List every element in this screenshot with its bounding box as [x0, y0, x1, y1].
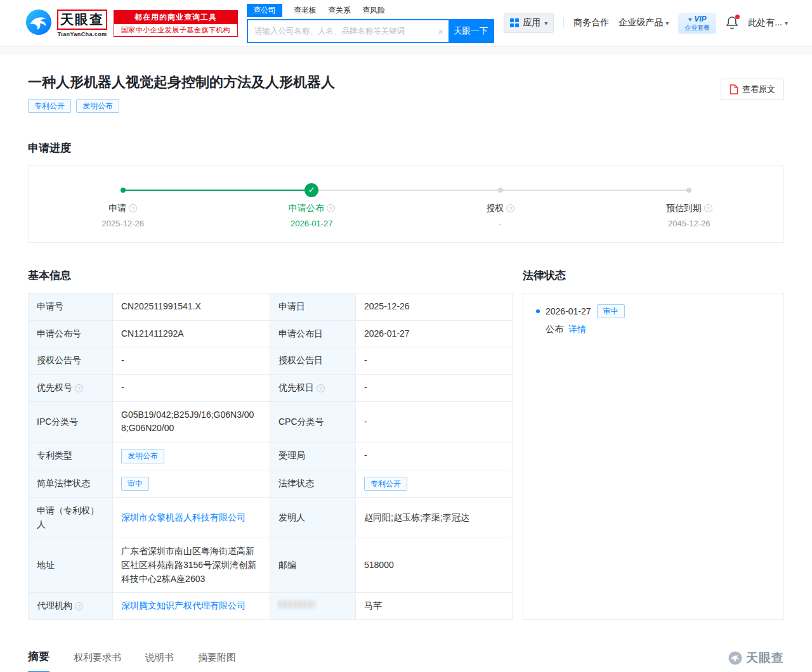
table-row: 地址 广东省深圳市南山区粤海街道高新区社区科苑南路3156号深圳湾创新科技中心2… [29, 538, 513, 593]
page-title: 一种人形机器人视觉起身控制的方法及人形机器人 [28, 74, 784, 92]
title-block: 一种人形机器人视觉起身控制的方法及人形机器人 专利公开 发明公布 查看原文 [28, 74, 784, 113]
table-row: 优先权号 ? - 优先权日 ? - [29, 375, 513, 402]
legal-status-section: 法律状态 2026-01-27 审中 公布 详情 [523, 268, 784, 620]
search-box: × 天眼一下 [247, 19, 494, 43]
label-priority-number: 优先权号 ? [29, 375, 113, 402]
value-application-number: CN202511991541.X [113, 293, 270, 320]
promo-line1: 都在用的商业查询工具 [114, 11, 237, 24]
step-date: 2025-12-26 [102, 219, 145, 228]
info-icon[interactable]: ? [75, 602, 83, 611]
label-address: 地址 [29, 538, 113, 593]
vip-label: VIP [694, 15, 706, 23]
value-application-date: 2025-12-26 [356, 293, 513, 320]
table-row: 授权公告号 - 授权公告日 - [29, 347, 513, 375]
label-legal-status: 法律状态 [270, 470, 356, 497]
tag-invention-publication: 发明公布 [76, 99, 119, 113]
tab-description[interactable]: 说明书 [145, 652, 174, 672]
notification-dot [735, 15, 740, 19]
info-icon[interactable]: ? [129, 204, 137, 212]
profile-label: 此处有... [748, 17, 782, 29]
value-legal-status: 专利公开 [356, 470, 513, 497]
table-row: 简单法律状态 审中 法律状态 专利公开 [29, 470, 513, 497]
search-tab-boss[interactable]: 查老板 [294, 4, 317, 17]
timeline: 申请 ? 2025-12-26 ✓ 申请公布 ? 2026-01-27 授权 ? [29, 183, 783, 228]
value-priority-date: - [356, 375, 513, 402]
patent-tags: 专利公开 发明公布 [28, 99, 784, 113]
timeline-step-publication: ✓ 申请公布 ? 2026-01-27 [218, 183, 407, 228]
table-row: 申请（专利权）人 深圳市众擎机器人科技有限公司 发明人 赵同阳;赵玉栋;李渠;李… [29, 497, 513, 538]
chevron-down-icon: ▾ [544, 20, 547, 27]
promo-line2: 国家中小企业发展子基金旗下机构 [114, 24, 237, 36]
profile-menu[interactable]: 此处有... ▾ [748, 17, 788, 29]
label-cpc-class: CPC分类号 [270, 401, 356, 442]
bullet-icon [536, 309, 540, 313]
nav-enterprise-products[interactable]: 企业级产品 ▾ [619, 17, 669, 29]
search-area: 查公司 查老板 查关系 查风险 × 天眼一下 [247, 4, 494, 43]
vip-sublabel: 企业套餐 [684, 24, 710, 32]
section-title-progress: 申请进度 [28, 141, 784, 155]
redacted-label [278, 600, 315, 609]
tab-abstract[interactable]: 摘要 [28, 649, 49, 672]
value-cpc-class: - [356, 401, 513, 442]
logo-text: 天眼查 [57, 10, 107, 30]
info-icon[interactable]: ? [327, 204, 335, 212]
search-tab-company[interactable]: 查公司 [247, 4, 282, 17]
step-dot [686, 188, 691, 193]
label-patent-type: 专利类型 [29, 443, 113, 470]
search-button[interactable]: 天眼一下 [449, 20, 493, 42]
table-row: 申请号 CN202511991541.X 申请日 2025-12-26 [29, 293, 513, 320]
apps-button[interactable]: 应用 ▾ [504, 13, 554, 33]
value-inventors: 赵同阳;赵玉栋;李渠;李冠达 [356, 497, 513, 538]
info-icon[interactable]: ? [75, 384, 83, 392]
tab-abstract-figure[interactable]: 摘要附图 [198, 652, 236, 672]
value-grant-date: - [356, 347, 513, 375]
tab-claims[interactable]: 权利要求书 [74, 652, 121, 672]
logo-domain: TianYanCha.com [58, 31, 107, 37]
applicant-company-link[interactable]: 深圳市众擎机器人科技有限公司 [121, 512, 246, 522]
timeline-step-estimated-expiry: 预估到期 ? 2045-12-26 [595, 183, 784, 228]
search-tab-risk[interactable]: 查风险 [362, 4, 385, 17]
application-progress-section: 申请进度 申请 ? 2025-12-26 ✓ 申请公布 ? [28, 141, 784, 243]
search-tab-relation[interactable]: 查关系 [328, 4, 351, 17]
info-icon[interactable]: ? [704, 204, 712, 212]
notification-bell[interactable] [726, 16, 738, 30]
tianyancha-logo-icon [25, 9, 52, 38]
search-input[interactable] [248, 20, 449, 42]
tag-patent-publication: 专利公开 [28, 99, 71, 113]
value-ipc-class: G05B19/042;B25J9/16;G06N3/008;G06N20/00 [113, 401, 270, 442]
label-agent-redacted [270, 593, 356, 620]
progress-card: 申请 ? 2025-12-26 ✓ 申请公布 ? 2026-01-27 授权 ? [28, 165, 784, 243]
step-date: 2045-12-26 [668, 219, 710, 228]
section-title-basic-info: 基本信息 [28, 268, 513, 283]
nav-business-cooperation[interactable]: 商务合作 [573, 17, 609, 29]
step-dot [121, 188, 126, 193]
label-ipc-class: IPC分类号 [29, 401, 113, 442]
label-application-number: 申请号 [29, 293, 113, 320]
info-icon[interactable]: ? [506, 204, 514, 212]
vip-badge[interactable]: ♥ VIP 企业套餐 [678, 13, 716, 33]
agency-link[interactable]: 深圳腾文知识产权代理有限公司 [121, 600, 246, 611]
pdf-icon [730, 84, 738, 94]
clear-icon[interactable]: × [438, 26, 443, 36]
value-postcode: 518000 [356, 538, 513, 593]
watermark-logo: 天眼查 [728, 650, 784, 672]
step-date: 2026-01-27 [291, 219, 333, 228]
content-tabs: 摘要 权利要求书 说明书 摘要附图 天眼查 [28, 649, 784, 672]
detail-link[interactable]: 详情 [568, 324, 586, 335]
logo[interactable]: 天眼查 TianYanCha.com [25, 9, 107, 38]
value-simple-legal-status: 审中 [113, 470, 270, 497]
info-icon[interactable]: ? [317, 384, 325, 392]
table-row: IPC分类号 G05B19/042;B25J9/16;G06N3/008;G06… [29, 401, 513, 442]
header: 天眼查 TianYanCha.com 都在用的商业查询工具 国家中小企业发展子基… [0, 0, 812, 47]
value-publication-number: CN121411292A [113, 320, 270, 347]
legal-status-item: 2026-01-27 审中 [536, 304, 771, 318]
step-dot [498, 188, 503, 193]
value-address: 广东省深圳市南山区粤海街道高新区社区科苑南路3156号深圳湾创新科技中心2栋A座… [113, 538, 270, 593]
basic-info-section: 基本信息 申请号 CN202511991541.X 申请日 2025-12-26… [28, 268, 513, 620]
divider [563, 18, 564, 28]
view-original-button[interactable]: 查看原文 [721, 79, 784, 100]
value-publication-date: 2026-01-27 [356, 320, 513, 347]
label-grant-date: 授权公告日 [270, 347, 356, 375]
status-action: 公布 [546, 324, 563, 335]
section-title-legal-status: 法律状态 [523, 268, 784, 283]
